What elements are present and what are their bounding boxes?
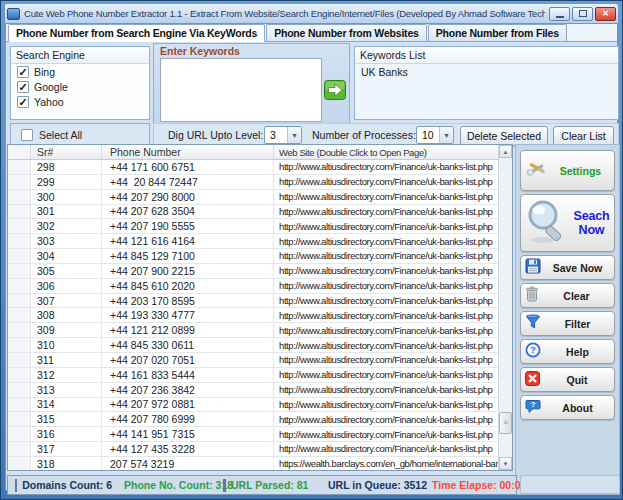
search-engine-list: ✓Bing✓Google✓Yahoo <box>11 64 149 109</box>
cell-website: http://www.altiusdirectory.com/Finance/u… <box>274 427 512 441</box>
table-row[interactable]: 310+44 845 330 0611http://www.altiusdire… <box>8 338 512 353</box>
clear-button[interactable]: Clear <box>520 283 615 308</box>
table-row[interactable]: 308+44 193 330 4777http://www.altiusdire… <box>8 308 512 323</box>
delete-selected-button[interactable]: Delete Selected <box>460 126 548 146</box>
cell-sr: 308 <box>31 308 102 322</box>
keywords-list: UK Banks <box>355 64 618 80</box>
status-segment: Phone No. Count: 318 <box>112 478 216 492</box>
cell-phone: +44 141 951 7315 <box>102 427 274 441</box>
minimize-button[interactable] <box>549 7 570 21</box>
help-circle-icon: ? <box>525 342 541 361</box>
dig-level-select[interactable]: 3 ▼ <box>264 126 302 144</box>
cell-sr: 311 <box>31 353 102 367</box>
row-selector-cell <box>8 175 31 189</box>
settings-button[interactable]: Settings <box>520 150 615 191</box>
table-row[interactable]: 300+44 207 290 8000http://www.altiusdire… <box>8 190 512 205</box>
processes-select[interactable]: 10 ▼ <box>416 126 454 144</box>
scroll-up-icon[interactable]: ▲ <box>499 145 512 158</box>
keyword-item[interactable]: UK Banks <box>355 64 618 80</box>
table-row[interactable]: 309+44 121 212 0899http://www.altiusdire… <box>8 323 512 338</box>
add-keywords-button[interactable] <box>324 80 346 100</box>
svg-text:?: ? <box>530 345 536 355</box>
svg-text:?: ? <box>531 400 536 409</box>
app-window: Cute Web Phone Number Extractor 1.1 - Ex… <box>0 0 623 500</box>
table-row[interactable]: 311+44 207 020 7051http://www.altiusdire… <box>8 353 512 368</box>
cell-website: http://www.altiusdirectory.com/Finance/u… <box>274 442 512 456</box>
tools-icon <box>525 159 547 182</box>
column-header-sr[interactable]: Sr# <box>31 145 102 159</box>
close-icon: ✕ <box>602 9 609 18</box>
tab-2[interactable]: Phone Number from Websites <box>266 24 427 41</box>
cell-phone: +44 193 330 4777 <box>102 308 274 322</box>
select-all-checkbox[interactable] <box>21 129 33 141</box>
table-row[interactable]: 302+44 207 190 5555http://www.altiusdire… <box>8 219 512 234</box>
scroll-down-icon[interactable]: ▼ <box>499 457 512 470</box>
processes-value: 10 <box>417 129 439 141</box>
save-now-button[interactable]: Save Now <box>520 255 615 280</box>
row-selector-cell <box>8 190 31 204</box>
cell-sr: 303 <box>31 234 102 248</box>
close-button[interactable]: ✕ <box>595 7 616 21</box>
cell-sr: 298 <box>31 160 102 174</box>
tab-1[interactable]: Phone Number from Search Engine Via KeyW… <box>8 24 265 42</box>
engine-row-bing: ✓Bing <box>11 64 149 79</box>
row-selector-cell <box>8 412 31 426</box>
table-row[interactable]: 316+44 141 951 7315http://www.altiusdire… <box>8 427 512 442</box>
cell-phone: +44 207 236 3842 <box>102 383 274 397</box>
column-header-website[interactable]: Web Site (Double Click to Open Page) <box>274 145 512 159</box>
cell-website: http://www.altiusdirectory.com/Finance/u… <box>274 294 512 308</box>
clear-list-button[interactable]: Clear List <box>553 126 614 146</box>
table-row[interactable]: 313+44 207 236 3842http://www.altiusdire… <box>8 383 512 398</box>
cell-phone: +44 207 190 5555 <box>102 219 274 233</box>
cell-website: http://www.altiusdirectory.com/Finance/u… <box>274 368 512 382</box>
table-row[interactable]: 305+44 207 900 2215http://www.altiusdire… <box>8 264 512 279</box>
table-row[interactable]: 304+44 845 129 7100http://www.altiusdire… <box>8 249 512 264</box>
help-button[interactable]: ?Help <box>520 339 615 364</box>
keywords-input[interactable] <box>160 58 322 122</box>
table-row[interactable]: 303+44 121 616 4164http://www.altiusdire… <box>8 234 512 249</box>
table-row[interactable]: 299+44 20 844 72447http://www.altiusdire… <box>8 175 512 190</box>
table-row[interactable]: 315+44 207 780 6999http://www.altiusdire… <box>8 412 512 427</box>
table-row[interactable]: 314+44 207 972 0881http://www.altiusdire… <box>8 398 512 413</box>
table-row[interactable]: 312+44 161 833 5444http://www.altiusdire… <box>8 368 512 383</box>
about-button[interactable]: ?About <box>520 395 615 420</box>
table-row[interactable]: 298+44 171 600 6751http://www.altiusdire… <box>8 160 512 175</box>
sidebar-button-label: Settings <box>551 165 610 177</box>
vertical-scrollbar[interactable]: ▲ ≡ ▼ <box>498 145 512 470</box>
filter-button[interactable]: Filter <box>520 311 615 336</box>
cell-sr: 315 <box>31 412 102 426</box>
sidebar-button-label: About <box>545 402 610 414</box>
sidebar-button-label: Seach Now <box>573 209 610 237</box>
cell-sr: 306 <box>31 279 102 293</box>
table-row[interactable]: 318207 574 3219https://wealth.barclays.c… <box>8 457 512 470</box>
quit-cross-icon <box>525 371 540 389</box>
select-all-label: Select All <box>39 129 82 141</box>
cell-sr: 302 <box>31 219 102 233</box>
row-selector-header <box>8 145 31 159</box>
cell-phone: +44 207 020 7051 <box>102 353 274 367</box>
row-selector-cell <box>8 427 31 441</box>
engine-checkbox-google[interactable]: ✓ <box>17 81 29 93</box>
engine-checkbox-yahoo[interactable]: ✓ <box>17 96 29 108</box>
cell-phone: +44 207 290 8000 <box>102 190 274 204</box>
table-row[interactable]: 317+44 127 435 3228http://www.altiusdire… <box>8 442 512 457</box>
cell-sr: 310 <box>31 338 102 352</box>
maximize-button[interactable] <box>572 7 593 21</box>
row-selector-cell <box>8 249 31 263</box>
cell-sr: 312 <box>31 368 102 382</box>
tab-3[interactable]: Phone Number from Files <box>428 24 567 41</box>
scrollbar-thumb[interactable]: ≡ <box>499 412 512 434</box>
floppy-icon <box>525 258 541 277</box>
cell-website: http://www.altiusdirectory.com/Finance/u… <box>274 279 512 293</box>
column-header-phone[interactable]: Phone Number <box>102 145 274 159</box>
row-selector-cell <box>8 323 31 337</box>
table-row[interactable]: 307+44 203 170 8595http://www.altiusdire… <box>8 294 512 309</box>
cell-sr: 299 <box>31 175 102 189</box>
table-row[interactable]: 301+44 207 628 3504http://www.altiusdire… <box>8 205 512 220</box>
engine-checkbox-bing[interactable]: ✓ <box>17 66 29 78</box>
cell-phone: +44 203 170 8595 <box>102 294 274 308</box>
table-row[interactable]: 306+44 845 610 2020http://www.altiusdire… <box>8 279 512 294</box>
quit-button[interactable]: Quit <box>520 367 615 392</box>
cell-sr: 313 <box>31 383 102 397</box>
seach-now-button[interactable]: Seach Now <box>520 194 615 252</box>
